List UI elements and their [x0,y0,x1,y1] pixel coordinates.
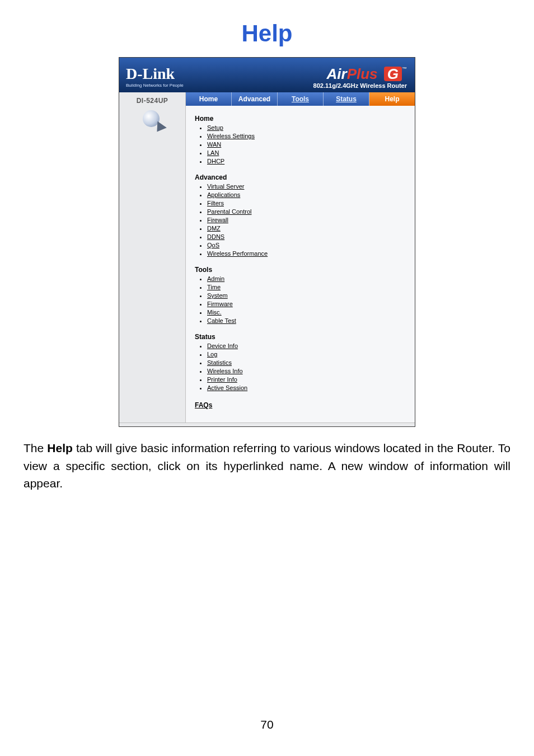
help-link[interactable]: Virtual Server [207,183,244,190]
list-item: DDNS [207,233,406,241]
tab-bar: HomeAdvancedToolsStatusHelp [186,92,415,106]
page-title: Help [0,0,534,57]
faqs-link[interactable]: FAQs [195,401,212,409]
list-item: Wireless Settings [207,132,406,140]
tab-label: Advanced [238,95,270,103]
desc-pre: The [24,442,47,454]
list-item: Misc. [207,308,406,317]
help-link[interactable]: LAN [207,149,219,156]
section-title: Advanced [195,173,406,181]
help-link[interactable]: Firewall [207,217,228,223]
desc-bold: Help [47,442,73,454]
product-tm: ™ [402,66,407,72]
help-link[interactable]: Wireless Settings [207,133,255,139]
help-link[interactable]: Misc. [207,309,222,316]
tab-label: Tools [292,95,309,103]
product-air: Air [327,65,347,82]
help-link[interactable]: Log [207,351,217,358]
list-item: Cable Test [207,317,406,325]
list-item: Setup [207,124,406,132]
tab-advanced[interactable]: Advanced [232,92,278,106]
router-main: HomeAdvancedToolsStatusHelp HomeSetupWir… [186,92,415,422]
product-name: AirPlus G™ [313,67,407,81]
list-item: Device Info [207,342,406,350]
section-list: Virtual ServerApplicationsFiltersParenta… [195,182,406,258]
list-item: Time [207,283,406,292]
router-header: D-Link Building Networks for People AirP… [119,58,415,92]
help-link[interactable]: QoS [207,242,219,248]
help-section-status: StatusDevice InfoLogStatisticsWireless I… [195,333,406,392]
list-item: Wireless Performance [207,250,406,258]
tab-home[interactable]: Home [186,92,232,106]
list-item: Firewall [207,216,406,224]
list-item: DHCP [207,157,406,166]
help-link[interactable]: Filters [207,200,224,206]
antenna-icon [139,107,165,133]
list-item: Applications [207,191,406,199]
list-item: System [207,292,406,300]
tab-label: Help [385,95,399,103]
tab-tools[interactable]: Tools [278,92,324,106]
list-item: DMZ [207,224,406,233]
list-item: Admin [207,275,406,283]
section-list: AdminTimeSystemFirmwareMisc.Cable Test [195,275,406,325]
product-plus: Plus [347,65,382,82]
brand-logo: D-Link [126,66,184,82]
help-link[interactable]: DDNS [207,233,224,240]
tab-label: Home [199,95,218,103]
help-link[interactable]: Applications [207,191,240,198]
product-subtitle: 802.11g/2.4GHz Wireless Router [313,82,407,89]
list-item: Virtual Server [207,182,406,191]
model-label: DI-524UP [119,97,185,105]
help-link[interactable]: DHCP [207,158,224,165]
router-footer-bar [119,422,415,426]
help-section-advanced: AdvancedVirtual ServerApplicationsFilter… [195,173,406,258]
help-link[interactable]: Device Info [207,342,238,349]
tab-status[interactable]: Status [324,92,369,106]
section-list: Device InfoLogStatisticsWireless InfoPri… [195,342,406,392]
help-link[interactable]: Admin [207,275,224,282]
help-link[interactable]: Printer Info [207,376,237,383]
list-item: QoS [207,241,406,250]
list-item: Statistics [207,359,406,367]
section-title: Tools [195,266,406,274]
list-item: Parental Control [207,208,406,216]
page-number: 70 [0,718,534,731]
help-link[interactable]: Firmware [207,300,233,307]
list-item: Printer Info [207,375,406,384]
help-link[interactable]: Cable Test [207,317,236,324]
help-link[interactable]: Parental Control [207,208,252,215]
list-item: Active Session [207,384,406,392]
router-sidebar: DI-524UP [119,92,186,422]
tab-help[interactable]: Help [369,92,415,106]
help-link[interactable]: DMZ [207,225,221,232]
section-title: Status [195,333,406,341]
help-link[interactable]: System [207,292,228,299]
help-link[interactable]: Setup [207,124,223,131]
section-list: SetupWireless SettingsWANLANDHCP [195,124,406,166]
help-link[interactable]: Time [207,284,221,290]
help-link[interactable]: Active Session [207,384,247,391]
brand-tagline: Building Networks for People [126,83,184,88]
help-content: HomeSetupWireless SettingsWANLANDHCPAdva… [186,106,415,422]
list-item: WAN [207,140,406,149]
help-link[interactable]: Wireless Performance [207,250,268,257]
section-title: Home [195,115,406,123]
list-item: Log [207,350,406,359]
help-section-tools: ToolsAdminTimeSystemFirmwareMisc.Cable T… [195,266,406,325]
help-link[interactable]: Statistics [207,359,232,366]
list-item: Wireless Info [207,367,406,375]
list-item: Firmware [207,300,406,308]
desc-post: tab will give basic information referrin… [24,442,510,490]
help-link[interactable]: Wireless Info [207,368,243,374]
tab-label: Status [336,95,357,103]
help-link[interactable]: WAN [207,141,221,148]
list-item: LAN [207,149,406,157]
product-g: G [384,67,402,81]
help-section-home: HomeSetupWireless SettingsWANLANDHCP [195,115,406,166]
description-paragraph: The Help tab will give basic information… [24,439,510,492]
router-screenshot: D-Link Building Networks for People AirP… [119,57,415,427]
list-item: Filters [207,199,406,208]
